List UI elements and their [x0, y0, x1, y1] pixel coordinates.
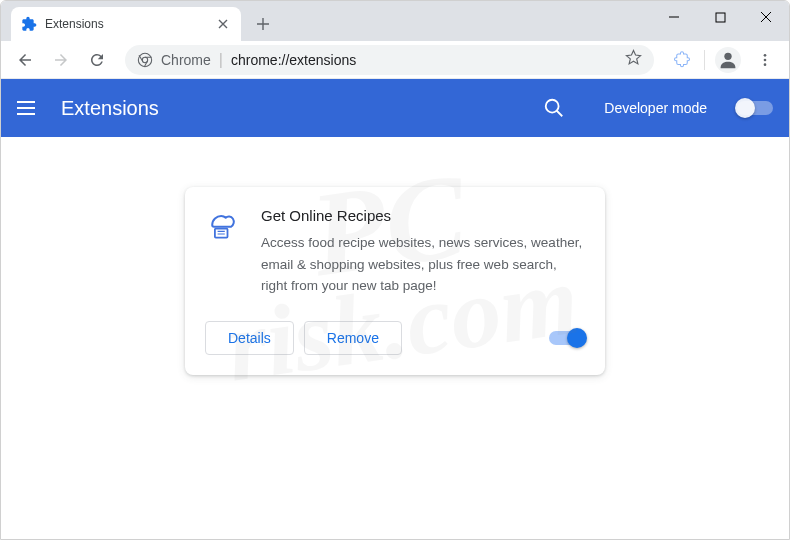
developer-mode-toggle[interactable]: [737, 101, 773, 115]
reload-button[interactable]: [81, 44, 113, 76]
omnibox-divider: |: [219, 51, 223, 69]
extension-description: Access food recipe websites, news servic…: [261, 232, 585, 297]
svg-point-4: [764, 54, 767, 57]
url-text: chrome://extensions: [231, 52, 356, 68]
window-titlebar: Extensions: [1, 1, 789, 41]
hamburger-menu-icon[interactable]: [17, 96, 41, 120]
page-title: Extensions: [61, 97, 159, 120]
extension-enable-toggle[interactable]: [549, 331, 585, 345]
forward-button[interactable]: [45, 44, 77, 76]
window-minimize-button[interactable]: [651, 1, 697, 33]
svg-point-6: [764, 63, 767, 66]
window-close-button[interactable]: [743, 1, 789, 33]
extension-puzzle-icon: [21, 16, 37, 32]
chrome-icon: [137, 52, 153, 68]
svg-rect-0: [716, 13, 725, 22]
origin-label: Chrome: [161, 52, 211, 68]
extensions-list: Get Online Recipes Access food recipe we…: [1, 137, 789, 425]
extensions-header: Extensions Developer mode: [1, 79, 789, 137]
svg-rect-8: [215, 229, 228, 238]
close-tab-icon[interactable]: [215, 16, 231, 32]
new-tab-button[interactable]: [249, 10, 277, 38]
back-button[interactable]: [9, 44, 41, 76]
address-bar[interactable]: Chrome | chrome://extensions: [125, 45, 654, 75]
menu-dots-icon[interactable]: [749, 44, 781, 76]
svg-point-7: [546, 100, 559, 113]
extension-card: Get Online Recipes Access food recipe we…: [185, 187, 605, 375]
window-maximize-button[interactable]: [697, 1, 743, 33]
profile-avatar[interactable]: [715, 47, 741, 73]
svg-point-5: [764, 58, 767, 61]
toolbar-separator: [704, 50, 705, 70]
extension-name: Get Online Recipes: [261, 207, 585, 224]
extension-app-icon: [205, 207, 241, 243]
extension-action-icon[interactable]: [666, 44, 698, 76]
remove-button[interactable]: Remove: [304, 321, 402, 355]
details-button[interactable]: Details: [205, 321, 294, 355]
svg-point-3: [724, 52, 731, 59]
tab-title: Extensions: [45, 17, 207, 31]
developer-mode-label: Developer mode: [604, 100, 707, 116]
bookmark-star-icon[interactable]: [625, 49, 642, 70]
browser-tab[interactable]: Extensions: [11, 7, 241, 41]
search-icon[interactable]: [542, 96, 566, 120]
browser-toolbar: Chrome | chrome://extensions: [1, 41, 789, 79]
